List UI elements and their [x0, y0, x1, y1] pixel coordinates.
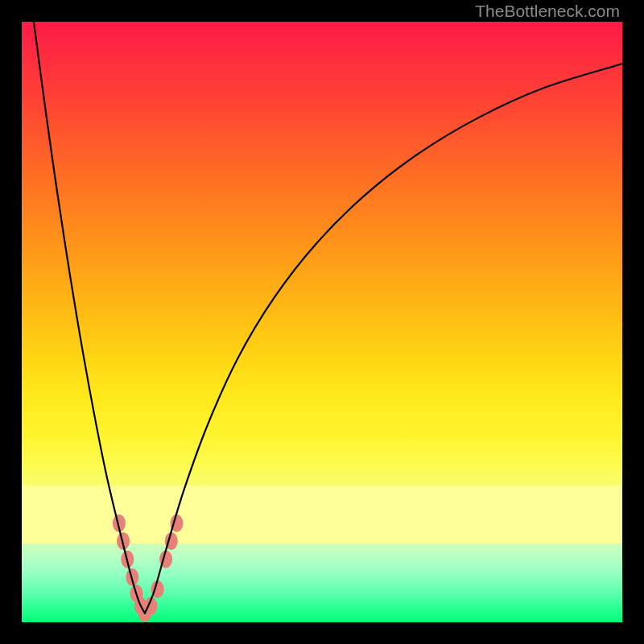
watermark-text: TheBottleneck.com: [475, 2, 620, 21]
curve-right-branch: [145, 64, 622, 613]
curve-left-branch: [34, 22, 145, 613]
chart-svg: [22, 22, 622, 622]
plot-area: [22, 22, 622, 622]
chart-frame: TheBottleneck.com: [0, 0, 644, 644]
